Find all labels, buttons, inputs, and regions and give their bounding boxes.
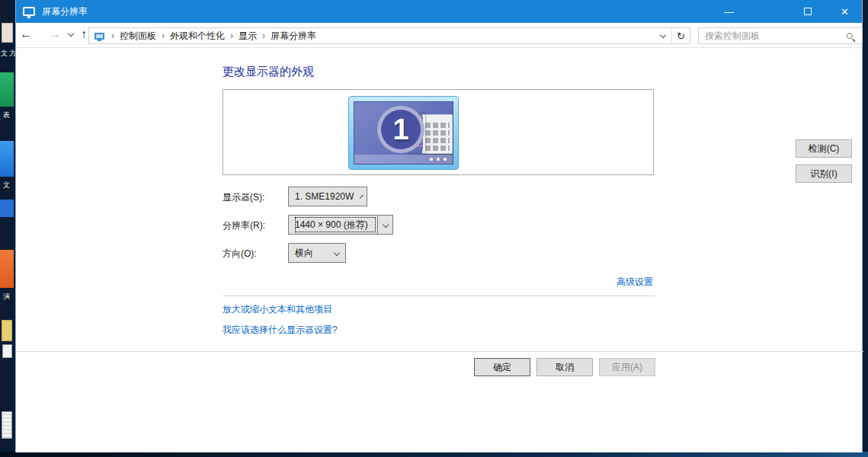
cancel-button[interactable]: 取消 bbox=[536, 358, 593, 376]
resize-text-link[interactable]: 放大或缩小文本和其他项目 bbox=[223, 303, 332, 316]
screen-resolution-window: 屏幕分辨率 — ✕ ← → ↑ › 控制面板 › 外观和个性化 › 显示 › 屏… bbox=[15, 0, 863, 452]
chevron-down-icon bbox=[660, 31, 666, 37]
back-button[interactable]: ← bbox=[18, 25, 34, 43]
desktop-icon-label: 表 bbox=[3, 110, 10, 120]
page-content: 更改显示器的外观 1 检测(C) 识别(I) 显示器(S): 1. SME192… bbox=[16, 48, 862, 452]
orientation-select-value: 横向 bbox=[289, 247, 327, 260]
monitor-preview-panel: 1 检测(C) 识别(I) bbox=[223, 89, 654, 175]
advanced-settings-link[interactable]: 高级设置 bbox=[617, 276, 653, 289]
calendar-grid-graphic bbox=[422, 114, 453, 154]
desktop-taskbar-strip bbox=[0, 452, 868, 457]
chevron-down-icon bbox=[68, 30, 74, 36]
desktop-icon-fragment bbox=[2, 23, 13, 43]
identify-button[interactable]: 识别(I) bbox=[796, 165, 852, 183]
chevron-down-icon bbox=[334, 250, 340, 256]
address-bar[interactable]: › 控制面板 › 外观和个性化 › 显示 › 屏幕分辨率 ↻ bbox=[88, 27, 690, 44]
desktop-icon-fragment bbox=[0, 250, 14, 288]
search-input[interactable]: 搜索控制面板 bbox=[698, 27, 863, 44]
breadcrumb-separator: › bbox=[159, 30, 167, 41]
maximize-icon bbox=[804, 8, 812, 15]
monitor-taskbar-graphic bbox=[354, 155, 453, 164]
desktop-icon-fragment bbox=[0, 141, 14, 177]
display-select[interactable]: 1. SME1920W bbox=[288, 187, 367, 206]
minimize-button[interactable]: — bbox=[712, 0, 746, 23]
breadcrumb-monitor-icon bbox=[94, 33, 104, 40]
page-title: 更改显示器的外观 bbox=[223, 65, 314, 79]
forward-button[interactable]: → bbox=[46, 25, 63, 43]
breadcrumb-separator: › bbox=[109, 30, 117, 41]
desktop-icon-label: 文 bbox=[3, 181, 10, 190]
detect-button[interactable]: 检测(C) bbox=[796, 139, 852, 158]
window-monitor-icon bbox=[23, 7, 35, 16]
close-button[interactable]: ✕ bbox=[828, 0, 862, 23]
monitor-preview[interactable]: 1 bbox=[348, 96, 459, 170]
desktop-icon-fragment bbox=[2, 411, 12, 439]
chevron-down-icon bbox=[360, 195, 364, 199]
close-icon: ✕ bbox=[841, 6, 849, 18]
monitor-screen: 1 bbox=[354, 101, 453, 165]
refresh-icon: ↻ bbox=[677, 30, 685, 42]
display-select-value: 1. SME1920W bbox=[289, 191, 354, 202]
display-label: 显示器(S): bbox=[223, 191, 264, 204]
back-icon: ← bbox=[20, 27, 32, 41]
which-settings-link[interactable]: 我应该选择什么显示器设置? bbox=[223, 324, 338, 337]
forward-icon: → bbox=[49, 27, 61, 41]
resolution-select[interactable]: 1440 × 900 (推荐) bbox=[288, 215, 393, 235]
breadcrumb-separator: › bbox=[228, 30, 235, 41]
monitor-number-badge: 1 bbox=[377, 106, 424, 153]
monitor-number: 1 bbox=[392, 113, 408, 146]
search-placeholder: 搜索控制面板 bbox=[705, 30, 847, 43]
resolution-label: 分辨率(R): bbox=[223, 219, 265, 232]
maximize-button[interactable] bbox=[790, 0, 825, 23]
desktop-icon-label: 文 方 bbox=[1, 49, 17, 59]
navigation-toolbar: ← → ↑ › 控制面板 › 外观和个性化 › 显示 › 屏幕分辨率 ↻ 搜索控… bbox=[16, 23, 862, 48]
resolution-dropdown-button[interactable] bbox=[377, 216, 392, 234]
window-title: 屏幕分辨率 bbox=[42, 5, 88, 18]
breadcrumb-item-appearance[interactable]: 外观和个性化 bbox=[167, 30, 228, 43]
address-dropdown-button[interactable] bbox=[655, 28, 671, 43]
resolution-select-value: 1440 × 900 (推荐) bbox=[293, 216, 377, 234]
desktop-icon-fragment bbox=[0, 200, 14, 217]
orientation-select[interactable]: 横向 bbox=[288, 243, 346, 263]
desktop-icon-label: 演 bbox=[3, 292, 10, 302]
breadcrumb-item-screen-resolution[interactable]: 屏幕分辨率 bbox=[267, 30, 319, 43]
footer-divider bbox=[16, 351, 863, 352]
desktop-icon-fragment bbox=[2, 344, 12, 358]
desktop-icon-fragment bbox=[2, 320, 12, 341]
section-divider bbox=[223, 296, 655, 296]
titlebar: 屏幕分辨率 — ✕ bbox=[16, 0, 862, 23]
up-icon: ↑ bbox=[81, 27, 87, 41]
chevron-down-icon bbox=[382, 222, 388, 228]
apply-button[interactable]: 应用(A) bbox=[599, 358, 655, 376]
refresh-button[interactable]: ↻ bbox=[671, 28, 690, 43]
minimize-icon: — bbox=[724, 6, 734, 18]
orientation-label: 方向(O): bbox=[223, 248, 257, 260]
breadcrumb-item-control-panel[interactable]: 控制面板 bbox=[117, 30, 159, 43]
search-icon bbox=[847, 33, 853, 39]
ok-button[interactable]: 确定 bbox=[474, 358, 530, 376]
monitor-dots bbox=[430, 158, 447, 161]
desktop-icon-fragment bbox=[0, 72, 14, 107]
breadcrumb-item-display[interactable]: 显示 bbox=[235, 30, 260, 43]
breadcrumb-separator: › bbox=[260, 30, 267, 41]
